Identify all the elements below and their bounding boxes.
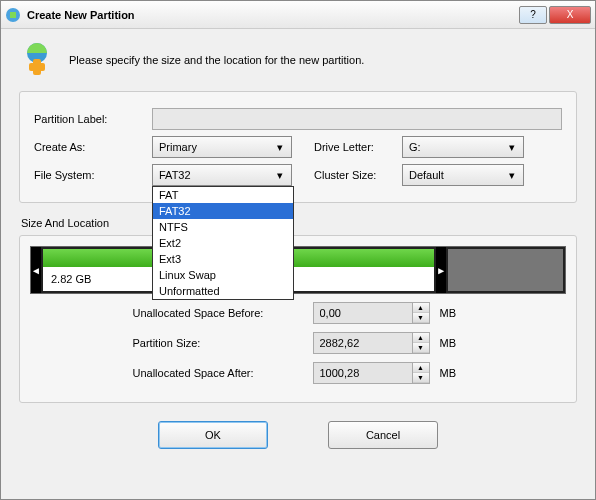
spin-down-icon[interactable]: ▼ (413, 373, 429, 383)
intro-text: Please specify the size and the location… (69, 54, 364, 66)
ok-button[interactable]: OK (158, 421, 268, 449)
cancel-button[interactable]: Cancel (328, 421, 438, 449)
file-system-select[interactable]: FAT32 ▾ FAT FAT32 NTFS Ext2 Ext3 Linux S… (152, 164, 292, 186)
header: Please specify the size and the location… (19, 41, 577, 79)
partition-bar-container: ◄ 2.82 GB ► Unallocated Space Before: ▲▼… (19, 235, 577, 403)
space-after-spinner: ▲▼ (313, 362, 430, 384)
options-group: Partition Label: Create As: Primary ▾ Dr… (19, 91, 577, 203)
chevron-down-icon: ▾ (505, 141, 519, 154)
unit-label: MB (440, 367, 464, 379)
spin-down-icon[interactable]: ▼ (413, 313, 429, 323)
chevron-down-icon: ▾ (505, 169, 519, 182)
unit-label: MB (440, 307, 464, 319)
close-button[interactable]: X (549, 6, 591, 24)
svg-rect-1 (10, 12, 16, 18)
cluster-size-select[interactable]: Default ▾ (402, 164, 524, 186)
space-before-input[interactable] (313, 302, 413, 324)
partition-label-input[interactable] (152, 108, 562, 130)
segment-size-label: 2.82 GB (51, 273, 91, 285)
fs-option[interactable]: Linux Swap (153, 267, 293, 283)
cluster-size-value: Default (409, 169, 444, 181)
space-after-label: Unallocated Space After: (133, 367, 303, 379)
file-system-value: FAT32 (159, 169, 191, 181)
partition-label-label: Partition Label: (34, 113, 144, 125)
file-system-dropdown: FAT FAT32 NTFS Ext2 Ext3 Linux Swap Unfo… (152, 186, 294, 300)
spin-up-icon[interactable]: ▲ (413, 303, 429, 313)
footer-buttons: OK Cancel (19, 421, 577, 449)
help-button[interactable]: ? (519, 6, 547, 24)
chevron-down-icon: ▾ (273, 141, 287, 154)
create-as-value: Primary (159, 141, 197, 153)
fs-option[interactable]: Unformatted (153, 283, 293, 299)
titlebar: Create New Partition ? X (1, 1, 595, 29)
cluster-size-label: Cluster Size: (314, 169, 394, 181)
size-location-label: Size And Location (21, 217, 577, 229)
partition-add-icon (19, 41, 55, 79)
partition-bar[interactable]: ◄ 2.82 GB ► (30, 246, 566, 294)
svg-rect-4 (29, 63, 45, 71)
fs-option[interactable]: Ext2 (153, 235, 293, 251)
drive-letter-select[interactable]: G: ▾ (402, 136, 524, 158)
spin-up-icon[interactable]: ▲ (413, 333, 429, 343)
create-as-select[interactable]: Primary ▾ (152, 136, 292, 158)
fs-option[interactable]: Ext3 (153, 251, 293, 267)
window-title: Create New Partition (27, 9, 519, 21)
fs-option[interactable]: NTFS (153, 219, 293, 235)
drive-letter-label: Drive Letter: (314, 141, 394, 153)
file-system-label: File System: (34, 169, 144, 181)
create-as-label: Create As: (34, 141, 144, 153)
unit-label: MB (440, 337, 464, 349)
partition-size-label: Partition Size: (133, 337, 303, 349)
spin-up-icon[interactable]: ▲ (413, 363, 429, 373)
space-before-label: Unallocated Space Before: (133, 307, 303, 319)
window-buttons: ? X (519, 6, 591, 24)
app-icon (5, 7, 21, 23)
space-after-input[interactable] (313, 362, 413, 384)
resize-handle-left[interactable]: ◄ (31, 247, 41, 293)
fs-option[interactable]: FAT (153, 187, 293, 203)
content-area: Please specify the size and the location… (1, 29, 595, 461)
chevron-down-icon: ▾ (273, 169, 287, 182)
partition-size-spinner: ▲▼ (313, 332, 430, 354)
dialog-window: Create New Partition ? X Please specify … (0, 0, 596, 500)
resize-handle-right[interactable]: ► (436, 247, 446, 293)
fs-option[interactable]: FAT32 (153, 203, 293, 219)
partition-size-input[interactable] (313, 332, 413, 354)
spin-down-icon[interactable]: ▼ (413, 343, 429, 353)
unallocated-segment (446, 247, 565, 293)
drive-letter-value: G: (409, 141, 421, 153)
space-before-spinner: ▲▼ (313, 302, 430, 324)
